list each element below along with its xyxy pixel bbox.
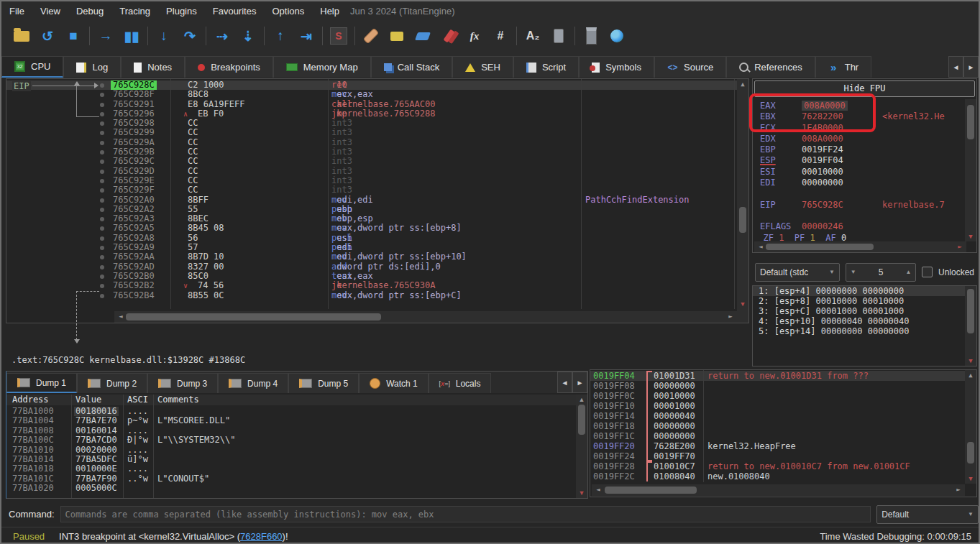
register-row[interactable]: EIP765C928Ckernelbase.7: [753, 200, 965, 211]
tab-seh[interactable]: SEH: [452, 56, 513, 78]
breakpoint-dot-icon[interactable]: [100, 150, 104, 155]
disasm-row[interactable]: 765C929ECCint3: [6, 176, 737, 185]
argument-row[interactable]: 5: [esp+14] 00000000 00000000: [753, 326, 976, 336]
dump-row[interactable]: 77BA101000020000....: [6, 446, 576, 455]
breakpoint-dot-icon[interactable]: [100, 93, 104, 97]
disasm-row[interactable]: 765C9291E8 6A19FEFFcall kernelbase.765AA…: [6, 100, 737, 109]
stack-row[interactable]: 0019FF0800000000: [590, 381, 965, 391]
register-row[interactable]: EFLAGS00000246: [753, 221, 965, 232]
globe-icon[interactable]: [604, 25, 630, 47]
breakpoint-list-icon[interactable]: [436, 25, 462, 47]
breakpoint-dot-icon[interactable]: [100, 255, 104, 259]
tab-locals[interactable]: [x=]Locals: [429, 373, 492, 393]
tab-dump-3[interactable]: Dump 3: [147, 373, 218, 393]
disasm-row[interactable]: 765C9299CCint3: [6, 128, 737, 137]
disasm-row[interactable]: 765C929CCCint3: [6, 157, 737, 166]
font-icon[interactable]: A₂: [520, 25, 546, 47]
register-row[interactable]: ESP0019FF04: [753, 155, 965, 166]
tab-references[interactable]: References: [726, 56, 815, 78]
dump-column-header[interactable]: Value: [75, 395, 101, 405]
tab-scroll-left-icon[interactable]: ◄: [948, 56, 963, 78]
breakpoint-dot-icon[interactable]: [100, 208, 104, 212]
step-over-icon[interactable]: ↷: [177, 25, 203, 47]
dump-row[interactable]: 77BA100477BA7E70p~°wL"MSCOREE.DLL": [6, 416, 576, 425]
trace-into-icon[interactable]: ⇢: [209, 25, 235, 47]
tab-notes[interactable]: Notes: [121, 56, 185, 78]
menu-item-help[interactable]: Help: [312, 6, 347, 17]
arguments-vscrollbar[interactable]: ▼: [965, 286, 976, 366]
dump-vscrollbar[interactable]: ▲ ▼: [576, 395, 587, 498]
breakpoint-dot-icon[interactable]: [100, 246, 104, 250]
tab-dump-4[interactable]: Dump 4: [218, 373, 288, 393]
breakpoint-dot-icon[interactable]: [100, 103, 104, 107]
disasm-row[interactable]: 765C92A38BECmov ebp,esp: [6, 214, 737, 223]
disasm-row[interactable]: 765C92AD8327 00and dword ptr ds:[edi],0: [6, 262, 737, 272]
open-file-icon[interactable]: [9, 25, 35, 47]
argument-row[interactable]: 1: [esp+4] 00000000 00000000: [753, 286, 976, 296]
breakpoint-dot-icon[interactable]: [100, 188, 104, 193]
menu-item-view[interactable]: View: [32, 6, 68, 17]
command-profile-select[interactable]: Default ▼: [876, 505, 979, 524]
tab-breakpoints[interactable]: Breakpoints: [185, 56, 273, 78]
disasm-row[interactable]: 765C92AA8B7D 10mov edi,dword ptr ss:[ebp…: [6, 252, 737, 262]
disasm-row[interactable]: 765C928CC2 1000ret 10: [6, 80, 737, 90]
stack-row[interactable]: 0019FF2C01008040new.01008040: [590, 471, 965, 481]
argument-row[interactable]: 4: [esp+10] 00000040 00000040: [753, 316, 976, 326]
disasm-row[interactable]: 765C929BCCint3: [6, 147, 737, 157]
menu-item-tracing[interactable]: Tracing: [111, 6, 158, 17]
disasm-row[interactable]: 765C92A08BFFmov edi,ediPathCchFindExtens…: [6, 195, 737, 205]
stack-row[interactable]: 0019FF0C00010000: [590, 391, 965, 401]
menu-item-file[interactable]: File: [1, 6, 32, 17]
dump-row[interactable]: 77BA100800160014....: [6, 426, 576, 435]
disasm-row[interactable]: 765C92A255push ebp: [6, 205, 737, 214]
stack-vscrollbar[interactable]: ▲ ▼: [965, 370, 976, 484]
calculator-icon[interactable]: [578, 25, 604, 47]
stack-hscrollbar[interactable]: ◄ ►: [592, 484, 965, 496]
breakpoint-dot-icon[interactable]: [100, 131, 104, 135]
unlocked-checkbox[interactable]: [922, 267, 933, 277]
dump-column-header[interactable]: Comments: [157, 395, 199, 405]
disasm-row[interactable]: 765C929DCCint3: [6, 167, 737, 176]
dump-scroll-left-icon[interactable]: ◄: [557, 372, 572, 393]
arg-count-stepper[interactable]: ▼ 5 ▲: [846, 263, 917, 282]
stepper-down-icon[interactable]: ▼: [851, 269, 856, 275]
disasm-row[interactable]: 765C9298CCint3: [6, 119, 737, 128]
hash-icon[interactable]: #: [487, 25, 513, 47]
stop-icon[interactable]: ■: [60, 25, 86, 47]
command-input[interactable]: [60, 506, 871, 522]
execute-till-return-icon[interactable]: ↑: [267, 25, 293, 47]
disasm-row[interactable]: 765C92A58B45 08mov eax,dword ptr ss:[ebp…: [6, 223, 737, 233]
register-row[interactable]: ESI00010000: [753, 167, 965, 178]
stepper-up-icon[interactable]: ▲: [906, 269, 912, 275]
trace-over-icon[interactable]: ⇣: [235, 25, 261, 47]
tab-scroll-right-icon[interactable]: ►: [963, 56, 979, 78]
tab-source[interactable]: <>Source: [654, 56, 726, 78]
breakpoint-dot-icon[interactable]: [100, 284, 104, 288]
calling-convention-select[interactable]: Default (stdc ▼: [755, 263, 840, 282]
registers-hscrollbar[interactable]: ◄ ►: [754, 241, 966, 252]
disasm-vscrollbar[interactable]: ▲ ▼: [737, 79, 748, 323]
tab-log[interactable]: Log: [63, 56, 121, 78]
dump-row[interactable]: 77BA100000180016....: [6, 407, 576, 416]
disasm-row[interactable]: 765C92A856push esi: [6, 234, 737, 243]
disasm-row[interactable]: 765C928F8BC8mov ecx,eax: [6, 90, 737, 99]
breakpoint-dot-icon[interactable]: [100, 275, 104, 279]
tab-dump-5[interactable]: Dump 5: [288, 373, 359, 393]
tab-dump-1[interactable]: Dump 1: [6, 373, 77, 393]
argument-row[interactable]: 2: [esp+8] 00010000 00010000: [753, 296, 976, 306]
disasm-row[interactable]: 765C929ACCint3: [6, 138, 737, 147]
tab-memory-map[interactable]: Memory Map: [273, 56, 371, 78]
dump-row[interactable]: 77BA101477BA5DFCü]°w: [6, 455, 576, 464]
register-row[interactable]: EBP0019FF24: [753, 144, 965, 155]
register-row[interactable]: EDX008A0000: [753, 134, 965, 144]
run-icon[interactable]: →: [93, 25, 119, 47]
tab-watch-1[interactable]: Watch 1: [359, 373, 429, 393]
breakpoint-dot-icon[interactable]: [100, 121, 104, 126]
tab-call-stack[interactable]: Call Stack: [371, 56, 453, 78]
breakpoint-dot-icon[interactable]: [100, 112, 104, 116]
dump-row[interactable]: 77BA10200005000C: [6, 484, 576, 493]
breakpoint-dot-icon[interactable]: [100, 217, 104, 221]
disasm-row[interactable]: 765C92A957push edi: [6, 243, 737, 252]
menu-item-debug[interactable]: Debug: [68, 6, 111, 17]
menu-item-favourites[interactable]: Favourites: [205, 6, 265, 17]
